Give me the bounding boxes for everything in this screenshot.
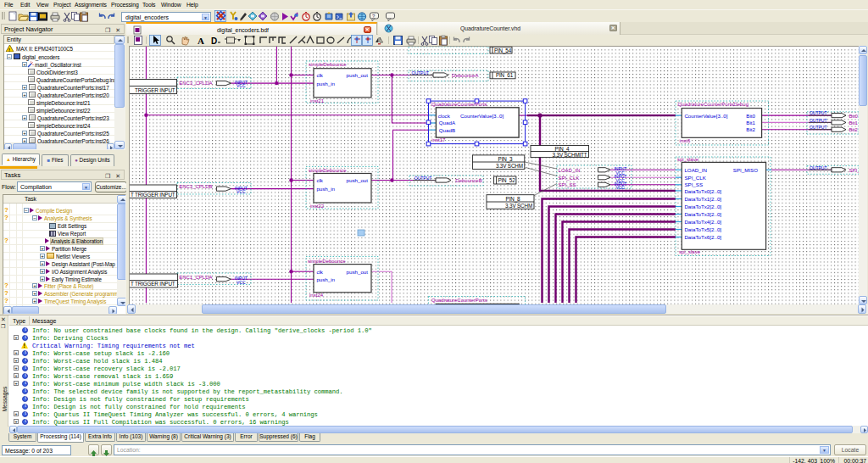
svg-text:ENC3_CPLDB: ENC3_CPLDB [179, 184, 212, 189]
svg-text:OUTPUT: OUTPUT [810, 110, 827, 115]
svg-text:Bit0: Bit0 [849, 114, 859, 119]
svg-text:OUTPUT: OUTPUT [412, 70, 430, 75]
svg-text:QuadratureCounterPortsDebug: QuadratureCounterPortsDebug [678, 102, 748, 107]
svg-text:PIN_54: PIN_54 [494, 47, 512, 54]
svg-text:3.3V SCHM: 3.3V SCHM [505, 203, 532, 209]
svg-text:DataToTx3[2..0]: DataToTx3[2..0] [684, 211, 721, 217]
svg-text:SPI_MISO: SPI_MISO [733, 167, 758, 173]
svg-text:LOAD_IN: LOAD_IN [559, 168, 581, 173]
svg-text:PIN_61: PIN_61 [496, 72, 514, 79]
svg-text:PIN_8: PIN_8 [506, 196, 520, 203]
svg-text:OUTPUT: OUTPUT [810, 165, 827, 170]
svg-text:!: ! [8, 47, 10, 53]
svg-text:clk: clk [316, 177, 323, 183]
svg-text:push_out: push_out [347, 177, 369, 183]
svg-text:simpleDebounce: simpleDebounce [309, 62, 347, 67]
svg-text:SPI_SS: SPI_SS [684, 181, 703, 187]
svg-text:ENC3_CPLDA: ENC3_CPLDA [179, 81, 212, 86]
svg-text:3.3V SCHMITT: 3.3V SCHMITT [553, 152, 587, 158]
svg-text:Bit1: Bit1 [746, 120, 755, 126]
svg-text:SPI_SS: SPI_SS [559, 182, 576, 187]
svg-text:SPI_CLK: SPI_CLK [559, 176, 580, 181]
svg-text:inst21: inst21 [310, 98, 325, 103]
svg-text:push_out: push_out [347, 72, 369, 78]
svg-text:SPI_CLK: SPI_CLK [684, 175, 706, 181]
svg-text:inst24: inst24 [309, 293, 324, 298]
svg-text:VCC: VCC [236, 189, 246, 194]
svg-text:simpleDebounce: simpleDebounce [308, 259, 346, 264]
svg-text:QuadratureCounterPorts: QuadratureCounterPorts [431, 102, 487, 107]
svg-text:ENC1_CPLDA: ENC1_CPLDA [179, 275, 212, 280]
svg-text:LOAD_IN: LOAD_IN [684, 167, 706, 173]
svg-text:spi_slave: spi_slave [679, 249, 701, 254]
svg-text:VCC: VCC [615, 185, 625, 190]
svg-text:push_out: push_out [347, 269, 369, 275]
svg-text:Bit2: Bit2 [746, 126, 755, 132]
svg-text:CounterValue[3..0]: CounterValue[3..0] [684, 113, 727, 119]
svg-text:OUTPUT: OUTPUT [810, 125, 827, 130]
svg-text:Bit1: Bit1 [849, 120, 859, 126]
svg-text:push_in: push_in [316, 276, 335, 282]
svg-text:clock: clock [438, 113, 451, 119]
svg-text:T TRIGGER INPUT: T TRIGGER INPUT [131, 281, 175, 287]
svg-text:OUTPUT: OUTPUT [810, 118, 827, 123]
svg-text:DataToTx5[2..0]: DataToTx5[2..0] [684, 226, 721, 232]
svg-text:QuadA: QuadA [439, 120, 456, 126]
svg-text:D: D [211, 36, 217, 46]
svg-text:push_in: push_in [316, 81, 335, 86]
svg-text:clk: clk [316, 269, 323, 275]
svg-text:DataToTx1[2..0]: DataToTx1[2..0] [684, 196, 721, 202]
svg-text:QuadB: QuadB [439, 127, 455, 133]
svg-text:SPI_M: SPI_M [849, 168, 860, 173]
svg-text:inst17: inst17 [431, 137, 446, 142]
svg-text:Bit0: Bit0 [746, 113, 755, 119]
svg-text:DebounceB: DebounceB [455, 178, 481, 183]
svg-text:PIN_52: PIN_52 [498, 177, 515, 184]
svg-text:TRIGGER INPUT: TRIGGER INPUT [135, 87, 175, 93]
svg-text:DebounceA: DebounceA [452, 73, 478, 78]
svg-text:DataToTx4[2..0]: DataToTx4[2..0] [684, 219, 721, 225]
svg-text:DataToTx0[2..0]: DataToTx0[2..0] [684, 188, 721, 194]
svg-text:PIN_3: PIN_3 [498, 156, 513, 163]
svg-text:push_in: push_in [316, 186, 335, 192]
svg-text:DataToTx2[2..0]: DataToTx2[2..0] [684, 204, 721, 209]
svg-text:inst6: inst6 [680, 138, 691, 143]
svg-text:VCC: VCC [236, 280, 246, 285]
svg-text:Bit2: Bit2 [849, 127, 859, 132]
svg-text:clk: clk [316, 72, 323, 78]
svg-text:VCC: VCC [236, 83, 246, 88]
svg-text:T TRIGGER INPUT: T TRIGGER INPUT [131, 192, 175, 198]
svg-text:OUTPUT: OUTPUT [415, 176, 432, 181]
svg-text:simpleDebounce: simpleDebounce [309, 168, 347, 173]
svg-text:3.3V SCHM: 3.3V SCHM [496, 163, 523, 169]
svg-text:CounterValue[3..0]: CounterValue[3..0] [460, 113, 504, 119]
svg-text:DataToTx6[2..0]: DataToTx6[2..0] [684, 234, 721, 240]
svg-text:QuadratureCounterPorts: QuadratureCounterPorts [431, 298, 487, 303]
svg-text:A: A [198, 36, 204, 46]
svg-text:spi_slave: spi_slave [677, 157, 699, 162]
svg-text:inst22: inst22 [310, 204, 325, 209]
